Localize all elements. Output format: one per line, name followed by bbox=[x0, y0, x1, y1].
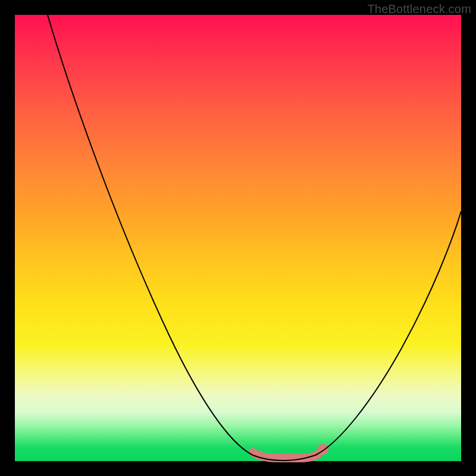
plot-area bbox=[15, 15, 461, 461]
watermark-text: TheBottleneck.com bbox=[367, 2, 471, 16]
chart-frame: TheBottleneck.com bbox=[0, 0, 476, 476]
bottleneck-curve bbox=[48, 15, 461, 461]
curve-layer bbox=[15, 15, 461, 461]
